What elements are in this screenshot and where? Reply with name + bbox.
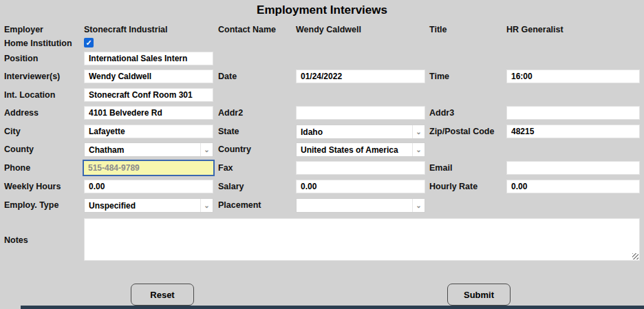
time-input[interactable] [506,70,640,83]
county-select[interactable]: Chatham ⌄ [84,142,213,157]
salary-label: Salary [218,180,294,193]
country-select-value: United States of America [297,145,412,155]
time-label: Time [429,70,505,83]
chevron-down-icon: ⌄ [200,143,213,156]
employ-type-select-value: Unspecified [85,201,200,211]
reset-button[interactable]: Reset [131,284,194,306]
int-location-input[interactable] [84,88,213,102]
city-label: City [4,125,81,138]
phone-input[interactable] [83,160,215,176]
fax-label: Fax [218,161,294,175]
date-input[interactable] [296,70,425,83]
hourly-rate-input[interactable] [506,180,640,193]
interviewers-input[interactable] [84,70,213,83]
hourly-rate-label: Hourly Rate [429,180,505,193]
contact-name-value: Wendy Caldwell [296,23,425,36]
state-select[interactable]: Idaho ⌄ [296,125,425,139]
addr3-input[interactable] [506,106,640,120]
state-select-value: Idaho [297,127,412,137]
title-value: HR Generalist [506,23,640,36]
zip-input[interactable] [506,125,640,138]
int-location-label: Int. Location [4,88,81,102]
email-input[interactable] [506,161,640,175]
chevron-down-icon: ⌄ [200,199,213,212]
chevron-down-icon: ⌄ [412,125,425,138]
weekly-hours-input[interactable] [84,180,213,193]
addr3-label: Addr3 [429,106,505,120]
employer-value: Stonecraft Industrial [84,23,213,36]
country-select[interactable]: United States of America ⌄ [296,142,425,157]
state-label: State [218,125,294,138]
placement-label: Placement [218,198,294,212]
position-label: Position [4,52,81,65]
country-label: Country [218,142,294,156]
employ-type-label: Employ. Type [4,198,81,212]
home-institution-checkbox[interactable]: ✓ [84,38,94,47]
zip-label: Zip/Postal Code [429,125,505,138]
chevron-down-icon: ⌄ [412,199,425,212]
date-label: Date [218,70,294,83]
submit-button[interactable]: Submit [447,284,511,306]
page-title: Employment Interviews [0,3,644,17]
home-institution-label: Home Institution [4,36,81,50]
city-input[interactable] [84,125,213,138]
addr2-input[interactable] [296,106,425,120]
email-label: Email [429,161,505,175]
contact-name-label: Contact Name [218,23,294,36]
placement-select[interactable]: ⌄ [296,198,425,213]
weekly-hours-label: Weekly Hours [4,180,81,193]
employ-type-select[interactable]: Unspecified ⌄ [84,198,213,213]
chevron-down-icon: ⌄ [412,143,425,156]
position-input[interactable] [84,52,213,65]
notes-textarea[interactable] [84,218,640,261]
county-label: County [4,142,81,156]
resize-handle-icon[interactable] [632,253,638,259]
address-input[interactable] [84,106,213,120]
phone-label: Phone [4,161,81,175]
address-label: Address [4,106,81,120]
addr2-label: Addr2 [218,106,294,120]
employment-interviews-form: Employment Interviews Employer Stonecraf… [0,0,644,309]
interviewers-label: Interviewer(s) [4,70,81,83]
county-select-value: Chatham [85,145,200,155]
title-label: Title [429,23,505,36]
employer-label: Employer [4,23,81,36]
check-icon: ✓ [85,38,92,47]
bottom-bar [21,306,644,309]
notes-label: Notes [4,233,81,247]
salary-input[interactable] [296,180,425,193]
fax-input[interactable] [296,161,425,175]
